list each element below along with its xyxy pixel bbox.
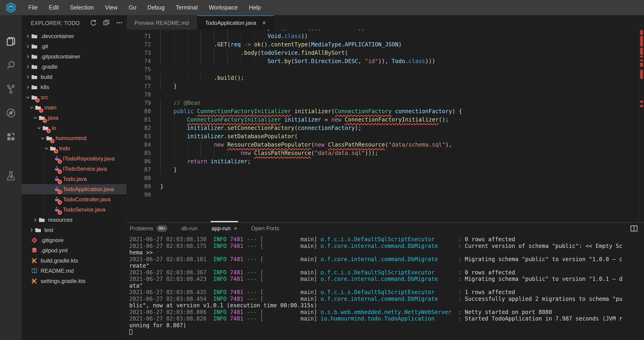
debug-disabled-icon[interactable]	[0, 104, 22, 122]
code-token: ,	[358, 57, 365, 65]
terminal-text: o.f.core.internal.command.DbMigrate	[320, 276, 438, 282]
tree-item-readme-md[interactable]: README.md	[22, 266, 126, 276]
extensions-icon[interactable]	[0, 128, 22, 146]
chevron-expanded-icon[interactable]	[40, 135, 46, 141]
code-token: (	[311, 141, 314, 149]
indent-guides	[160, 49, 241, 57]
tree-item-itodorepository-java[interactable]: ×ITodoRepository.java	[22, 154, 126, 164]
overview-ruler[interactable]	[639, 30, 644, 222]
tree-item-java[interactable]: ×java	[22, 113, 126, 123]
terminal-text: o.f.c.i.s.DefaultSqlScriptExecutor	[320, 289, 434, 296]
error-mark	[640, 48, 643, 55]
test-flask-icon[interactable]	[0, 167, 22, 185]
tree-item-humourmind[interactable]: ×humourmind	[22, 133, 126, 143]
tree-item-build-gradle-kts[interactable]: build.gradle.kts	[22, 256, 126, 266]
refresh-icon[interactable]	[90, 19, 97, 27]
kotlin-icon	[31, 278, 38, 285]
tree-item-io[interactable]: ×io	[22, 123, 126, 133]
terminal-text: 2021-06-27 02:03:08.806	[129, 309, 206, 316]
menu-item-help[interactable]: Help	[249, 4, 261, 11]
tree-item-settings-gradle-kts[interactable]: settings.gradle.kts	[22, 276, 126, 286]
code-token: initializer	[284, 115, 321, 124]
editor-tab-todoapplication-java[interactable]: TodoApplication.java×	[197, 15, 274, 30]
tree-item--devcontainer[interactable]: .devcontainer	[22, 31, 126, 41]
chevron-collapsed-icon[interactable]	[25, 53, 31, 60]
tree-item--gitpod-yml[interactable]: .gitpod.yml	[22, 245, 126, 256]
chevron-expanded-icon[interactable]	[28, 105, 34, 111]
chevron-collapsed-icon[interactable]	[25, 84, 31, 90]
search-icon[interactable]	[0, 56, 22, 74]
chevron-collapsed-icon[interactable]	[28, 227, 34, 233]
code-token: DESC	[345, 57, 358, 65]
tab-close-icon[interactable]: ×	[262, 19, 266, 26]
tree-item--gradle[interactable]: .gradle	[22, 62, 126, 72]
menu-item-terminal[interactable]: Terminal	[176, 4, 198, 11]
tree-item-todoapplication-java[interactable]: ×TodoApplication.java	[22, 184, 126, 194]
tree-item--gitpodcontainer[interactable]: .gitpodcontainer	[22, 51, 126, 62]
terminal-text	[226, 269, 230, 276]
tree-item-build[interactable]: build	[22, 72, 126, 82]
terminal-text: INFO	[213, 269, 226, 276]
collapse-all-icon[interactable]	[103, 19, 110, 27]
tree-item-resources[interactable]: resources	[22, 215, 126, 225]
code-line-content: }	[151, 82, 177, 90]
chevron-spacer	[47, 176, 53, 182]
chevron-collapsed-icon[interactable]	[25, 33, 31, 39]
tree-item-itodoservice-java[interactable]: ×ITodoService.java	[22, 164, 126, 174]
chevron-collapsed-icon[interactable]	[25, 64, 31, 70]
code-line-content	[151, 90, 160, 99]
terminal-line: 2021-06-27 02:03:08.175 INFO 7481 --- [ …	[129, 243, 644, 250]
code-token: class	[284, 32, 301, 40]
code-line-content: Void.class))	[151, 32, 308, 40]
menu-item-debug[interactable]: Debug	[148, 4, 164, 11]
gitpod-logo[interactable]	[0, 0, 22, 15]
tree-item-main[interactable]: ×main	[22, 102, 126, 113]
tree-item-todo[interactable]: ×todo	[22, 143, 126, 154]
tree-item-label: todo	[59, 145, 70, 152]
menu-item-workspace[interactable]: Workspace	[209, 4, 238, 11]
code-editor[interactable]: 70accepted().build()), Void.class))71Voi…	[126, 30, 644, 222]
tree-item-todoservice-java[interactable]: ×TodoService.java	[22, 205, 126, 215]
tree-item-test[interactable]: test	[22, 225, 126, 235]
indent-guides	[160, 157, 187, 166]
source-control-icon[interactable]	[0, 80, 22, 98]
terminal-output[interactable]: 2021-06-27 02:03:08.130 INFO 7481 --- [ …	[126, 236, 644, 340]
tree-item-src[interactable]: ×src	[22, 92, 126, 102]
line-number: 73	[126, 49, 151, 57]
chevron-expanded-icon[interactable]	[25, 94, 31, 100]
chevron-collapsed-icon[interactable]	[25, 74, 31, 80]
menu-item-file[interactable]: File	[28, 4, 38, 11]
menu-item-view[interactable]: View	[105, 4, 118, 11]
chevron-expanded-icon[interactable]	[32, 115, 38, 121]
tree-item-k8s[interactable]: k8s	[22, 82, 126, 92]
menu-item-go[interactable]: Go	[128, 4, 136, 11]
chevron-expanded-icon[interactable]	[44, 145, 50, 151]
code-line-88: 88	[126, 174, 644, 182]
code-token: }	[174, 166, 177, 174]
chevron-collapsed-icon[interactable]	[32, 217, 38, 223]
split-panel-icon[interactable]	[630, 225, 638, 232]
code-token: Direction	[311, 57, 341, 65]
panel-tab-close-icon[interactable]: ×	[234, 225, 237, 232]
editor-tab-preview-readme-md[interactable]: Preview README.md	[126, 15, 197, 30]
chevron-collapsed-icon[interactable]	[25, 43, 31, 49]
panel-tab-app-run[interactable]: app-run×	[212, 225, 237, 232]
panel-tab-open-ports[interactable]: Open Ports	[251, 225, 279, 232]
explorer-icon[interactable]	[0, 32, 22, 50]
panel-tab-problems[interactable]: Problems99+	[130, 225, 168, 232]
chevron-expanded-icon[interactable]	[36, 125, 42, 131]
tree-item-todo-java[interactable]: ×Todo.java	[22, 174, 126, 184]
menu-item-edit[interactable]: Edit	[49, 4, 59, 11]
tree-item-todocontroller-java[interactable]: ×TodoController.java	[22, 194, 126, 205]
code-token: MediaType	[311, 40, 341, 49]
error-badge: ×	[54, 149, 58, 154]
tree-item--git[interactable]: .git	[22, 41, 126, 51]
more-actions-icon[interactable]	[116, 19, 123, 27]
tree-item--gitignore[interactable]: .gitignore	[22, 235, 126, 245]
terminal-text: :	[438, 243, 465, 249]
menu-item-selection[interactable]: Selection	[70, 4, 94, 11]
code-token: )))	[425, 57, 435, 65]
panel-tab-db-run[interactable]: db-run	[181, 225, 197, 232]
error-mark	[640, 30, 643, 35]
terminal-text: :	[434, 236, 465, 243]
